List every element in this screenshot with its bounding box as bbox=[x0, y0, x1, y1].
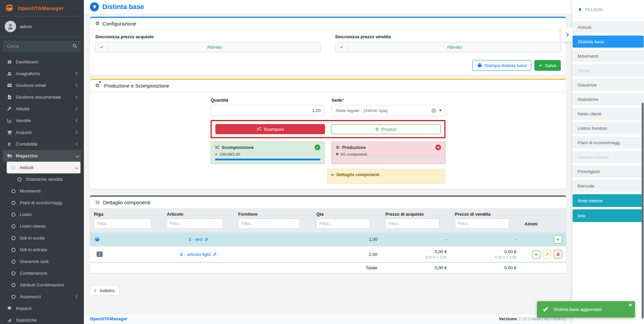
circle-icon bbox=[9, 201, 17, 205]
chevron-left-icon bbox=[94, 289, 98, 292]
produci-button[interactable]: ⚙ Produci bbox=[331, 124, 441, 134]
impianti-puzzle-icon bbox=[5, 306, 13, 311]
qta-cell: 1,00 bbox=[312, 232, 381, 247]
toast-message: Distinta base aggiornata! bbox=[554, 307, 602, 312]
chevron-left-icon bbox=[76, 107, 79, 111]
clear-selection-icon[interactable]: × bbox=[431, 108, 436, 113]
plugin-item-distinta-base[interactable]: Distinta base bbox=[573, 36, 644, 48]
sidebar-item-combinazioni[interactable]: Combinazioni bbox=[7, 267, 81, 279]
cart-icon bbox=[5, 130, 13, 135]
produzione-title: Produzione bbox=[342, 145, 366, 150]
brand-header[interactable]: ⚙ OSM OpenSTAManager bbox=[0, 0, 84, 16]
sidebar-item-gestione-documentale[interactable]: Gestione documentale bbox=[3, 91, 81, 103]
plugin-list: Articoli Distinta base Movimenti Serial … bbox=[572, 17, 644, 222]
sync-prezzo-vendita-toggle[interactable]: ✔ Attivato bbox=[335, 42, 561, 52]
total-prezzo-acquisto: 0,00 € bbox=[381, 262, 451, 273]
col-qta[interactable]: Qta bbox=[312, 209, 381, 217]
scomponi-button[interactable]: Scomponi bbox=[215, 124, 325, 134]
filter-riga-input[interactable] bbox=[94, 219, 151, 229]
check-icon: ✔ bbox=[335, 42, 348, 52]
configurazione-card: ⚙ Configurazione Sincronizza prezzo acqu… bbox=[90, 17, 566, 75]
qta-cell: 2,00 bbox=[312, 247, 381, 263]
sidebar-item-magazzino[interactable]: Magazzino bbox=[3, 150, 81, 162]
plugin-item-movimenti[interactable]: Movimenti bbox=[572, 50, 644, 62]
sync-prezzo-acquisto-label: Sincronizza prezzo acquisto bbox=[95, 34, 321, 39]
col-articolo[interactable]: Articolo bbox=[163, 209, 234, 217]
sidebar-item-movimenti[interactable]: Movimenti bbox=[7, 185, 81, 197]
delete-component-button[interactable] bbox=[554, 250, 562, 258]
filter-prezzo-vendita-input[interactable] bbox=[455, 219, 509, 229]
salva-button[interactable]: ✔ Salva bbox=[534, 60, 561, 71]
dettaglio-componenti-toggle[interactable]: Dettaglio componenti bbox=[327, 169, 445, 184]
circle-icon bbox=[9, 295, 17, 299]
indietro-button[interactable]: Indietro bbox=[90, 285, 119, 296]
sync-prezzo-acquisto-toggle[interactable]: ✔ Attivato bbox=[95, 42, 321, 52]
plugin-item-listino-fornitori[interactable]: Listino fornitori bbox=[572, 122, 644, 134]
sidebar-item-vendite[interactable]: Vendite bbox=[3, 115, 81, 126]
sidebar-item-articoli[interactable]: Articoli bbox=[7, 162, 80, 173]
user-panel[interactable]: admin bbox=[0, 16, 84, 37]
sidebar-item-gestione-email[interactable]: Gestione email bbox=[3, 79, 81, 91]
filter-prezzo-acquisto-input[interactable] bbox=[385, 219, 439, 229]
col-fornitore[interactable]: Fornitore bbox=[234, 209, 312, 217]
articolo-link[interactable]: 2 - articolo figlio bbox=[180, 252, 217, 257]
plugin-item-giacenze[interactable]: Giacenze bbox=[572, 79, 644, 91]
plugin-item-statistiche[interactable]: Statistiche bbox=[572, 93, 644, 105]
footer-brand-link[interactable]: OpenSTAManager bbox=[90, 316, 127, 321]
sidebar-item-acquisti[interactable]: Acquisti bbox=[3, 126, 81, 138]
sidebar-item-anagrafiche[interactable]: Anagrafiche bbox=[3, 68, 81, 79]
riga-badge: 1 bbox=[97, 252, 103, 257]
search-button[interactable] bbox=[69, 41, 80, 51]
col-riga[interactable]: Riga bbox=[90, 209, 163, 217]
sidebar-item-giacenze-sedi[interactable]: Giacenze sedi bbox=[7, 256, 81, 267]
articolo-link[interactable]: 1 - test bbox=[189, 237, 208, 242]
sidebar-item-impianti[interactable]: Impianti bbox=[3, 303, 81, 314]
filter-articolo-input[interactable] bbox=[167, 219, 222, 229]
trash-icon bbox=[556, 252, 560, 256]
plugin-item-barcode[interactable]: Barcode bbox=[572, 180, 644, 192]
sidebar-item-listini-cliente[interactable]: Listini cliente bbox=[7, 220, 81, 232]
search-input[interactable] bbox=[3, 41, 69, 51]
sidebar-item-ddt-uscita[interactable]: Ddt in uscita bbox=[7, 232, 81, 244]
sidebar-item-dashboard[interactable]: Dashboard bbox=[3, 56, 81, 68]
sidebar-item-piani-sconto[interactable]: Piani di sconto/magg. bbox=[7, 197, 81, 209]
plugin-item-articoli[interactable]: Articoli bbox=[572, 21, 644, 33]
plugin-panel-collapse-button[interactable] bbox=[561, 28, 572, 42]
col-prezzo-acquisto[interactable]: Prezzo di acquisto bbox=[381, 209, 451, 217]
sidebar-item-attributi-combinazioni[interactable]: Attributi Combinazioni bbox=[7, 279, 81, 291]
page-scrollbar-thumb[interactable] bbox=[642, 103, 644, 319]
sede-select[interactable]: Sede legale - (Admin spa) × bbox=[332, 105, 445, 116]
sidebar-item-listini[interactable]: Listini bbox=[7, 209, 81, 220]
cogs-icon: ⚙⚙ bbox=[95, 83, 101, 88]
edit-component-button[interactable] bbox=[543, 250, 551, 258]
plugin-item-provvigioni[interactable]: Provvigioni bbox=[572, 165, 644, 177]
add-component-button[interactable]: + bbox=[554, 235, 562, 244]
check-icon: ✔ bbox=[96, 42, 108, 52]
sidebar-item-contabilita[interactable]: € Contabilità bbox=[3, 138, 81, 150]
prezzo-vendita-cell: - bbox=[451, 232, 520, 247]
sede-label: Sede* bbox=[332, 98, 445, 103]
sidebar-item-ddt-entrata[interactable]: Ddt in entrata bbox=[7, 244, 81, 256]
quantita-input[interactable] bbox=[211, 105, 324, 116]
filter-fornitore-input[interactable] bbox=[238, 219, 300, 229]
table-row-child: 1 2 - articolo figlio 2,00 0,00 € bbox=[90, 247, 566, 263]
dettaglio-componenti-card: Dettaglio componenti Riga Articolo Forni… bbox=[90, 196, 566, 273]
close-icon[interactable]: × bbox=[629, 303, 632, 308]
add-component-button[interactable]: + bbox=[532, 250, 540, 259]
sidebar-item-statistiche-vendita[interactable]: Statistiche vendita bbox=[13, 173, 81, 185]
truck-icon bbox=[5, 153, 13, 158]
chevron-down-icon bbox=[331, 173, 334, 176]
error-badge-icon: ✖ bbox=[435, 145, 441, 150]
plugin-item-info[interactable]: Info bbox=[573, 209, 644, 222]
success-badge-icon: ✔ bbox=[315, 145, 320, 150]
sidebar-item-automezzi[interactable]: Automezzi bbox=[7, 291, 81, 303]
sidebar-item-attivita[interactable]: Attività bbox=[3, 103, 81, 115]
sidebar-item-statistiche[interactable]: Statistiche bbox=[3, 314, 81, 324]
stampa-distinta-base-button[interactable]: Stampa distinta base bbox=[473, 60, 531, 71]
users-icon bbox=[5, 71, 13, 76]
plugin-item-netto-clienti[interactable]: Netto clienti bbox=[572, 108, 644, 120]
plugin-item-note-interne[interactable]: Note interne bbox=[573, 194, 644, 207]
plugin-item-piani-sconto[interactable]: Piani di sconto/magg. bbox=[572, 137, 644, 149]
filter-qta-input[interactable] bbox=[316, 219, 370, 229]
col-prezzo-vendita[interactable]: Prezzo di vendita bbox=[451, 209, 520, 217]
